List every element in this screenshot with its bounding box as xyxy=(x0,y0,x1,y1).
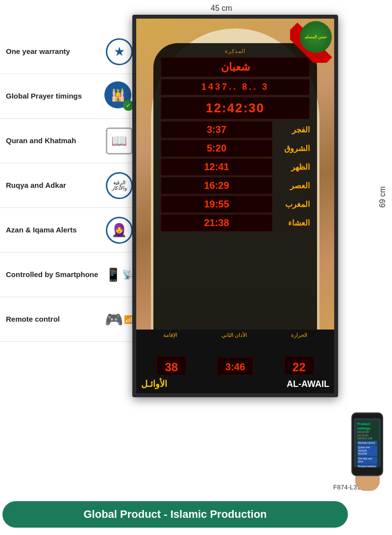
features-panel: One year warranty ★ Global Prayer timing… xyxy=(0,29,142,342)
maghrib-name: المغرب xyxy=(275,200,310,209)
quran-text: Quran and Khatmah xyxy=(6,136,102,146)
smartphone-icon: 📱 📡 xyxy=(102,257,136,292)
ribbon-emblem: حصن المسلم xyxy=(300,21,332,53)
fajr-name: الفجر xyxy=(275,125,310,134)
dhuhr-time: 12:41 xyxy=(161,158,272,176)
prayer-isha: 21:38 العشاء xyxy=(161,214,310,231)
maghrib-time: 19:55 xyxy=(161,196,272,213)
prayer-maghrib: 19:55 المغرب xyxy=(161,196,310,213)
iqama-label: الإقامة xyxy=(163,332,177,338)
ruqya-text: Ruqya and Adkar xyxy=(6,180,102,190)
led-display: المذكرة شعبان 1437.. 8.. 3 12:42:30 3:37… xyxy=(153,43,317,364)
feature-smartphone: Controlled by Smartphone 📱 📡 xyxy=(0,253,142,297)
feature-quran: Quran and Khatmah 📖 xyxy=(0,119,142,163)
brand-row: الأوائـل AL-AWAIL xyxy=(136,375,334,393)
temp-label: الحرارة xyxy=(291,332,307,338)
dhuhr-name: الظهر xyxy=(275,162,310,172)
dimension-width: 45 cm xyxy=(211,4,232,13)
clock-bottom-bar: الإقامة الأذان الثاني الحرارة 38 3:46 22… xyxy=(136,330,334,393)
clock-inner: المذكرة شعبان 1437.. 8.. 3 12:42:30 3:37… xyxy=(136,19,334,393)
shuruq-name: الشروق xyxy=(275,144,310,153)
ribbon-text: حصن المسلم xyxy=(305,35,326,40)
isha-time: 21:38 xyxy=(161,214,272,231)
dimension-height: 69 cm xyxy=(378,186,387,208)
smartphone-text: Controlled by Smartphone xyxy=(6,270,102,280)
brand-arabic: الأوائـل xyxy=(141,379,167,389)
prayer-text: Global Prayer timings xyxy=(6,91,102,101)
bottom-banner: Global Product - Islamic Production xyxy=(2,501,348,528)
bottom-banner-text: Global Product - Islamic Production xyxy=(83,508,267,520)
isha-name: العشاء xyxy=(275,218,310,228)
adhan-value: 3:46 xyxy=(217,357,253,377)
feature-azan: Azan & Iqama Alerts 🧕 xyxy=(0,208,142,253)
phone-illustration: Product settings 2021/07/07 (01:34:15) 1… xyxy=(346,412,388,491)
azan-icon: 🧕 xyxy=(102,213,136,247)
clock-date: 1437.. 8.. 3 xyxy=(161,79,310,95)
ruqya-icon: الرقيةوالأذكار xyxy=(102,168,136,203)
prayer-fajr: 3:37 الفجر xyxy=(161,121,310,138)
clock-title: المذكرة xyxy=(225,48,245,54)
azan-text: Azan & Iqama Alerts xyxy=(6,225,102,235)
asr-name: العصر xyxy=(275,181,310,190)
clock-frame: المذكرة شعبان 1437.. 8.. 3 12:42:30 3:37… xyxy=(132,15,338,397)
clock-time-main: 12:42:30 xyxy=(161,97,310,119)
clock-month: شعبان xyxy=(161,57,310,77)
feature-warranty: One year warranty ★ xyxy=(0,29,142,74)
remote-icon: 🎮 📶 xyxy=(102,302,136,336)
prayer-times: 3:37 الفجر 5:20 الشروق 12:41 الظهر 16:29… xyxy=(161,121,310,359)
clock-display: المذكرة شعبان 1437.. 8.. 3 12:42:30 3:37… xyxy=(132,15,348,422)
quran-icon: 📖 xyxy=(102,124,136,158)
ribbon: حصن المسلم xyxy=(290,19,334,63)
prayer-icon: 🕌 ✓ xyxy=(102,79,136,113)
shuruq-time: 5:20 xyxy=(161,140,272,157)
prayer-dhuhr: 12:41 الظهر xyxy=(161,158,310,176)
warranty-icon: ★ xyxy=(102,34,136,69)
warranty-text: One year warranty xyxy=(6,47,102,56)
asr-time: 16:29 xyxy=(161,177,272,194)
feature-ruqya: Ruqya and Adkar الرقيةوالأذكار xyxy=(0,163,142,208)
prayer-shuruq: 5:20 الشروق xyxy=(161,140,310,157)
brand-english: AL-AWAIL xyxy=(287,379,329,389)
fajr-time: 3:37 xyxy=(161,121,272,138)
bottom-labels: الإقامة الأذان الثاني الحرارة xyxy=(136,330,334,341)
feature-remote: Remote control 🎮 📶 xyxy=(0,297,142,342)
feature-prayer: Global Prayer timings 🕌 ✓ xyxy=(0,74,142,119)
remote-text: Remote control xyxy=(6,314,102,324)
prayer-asr: 16:29 العصر xyxy=(161,177,310,194)
adhan-label: الأذان الثاني xyxy=(221,332,247,338)
